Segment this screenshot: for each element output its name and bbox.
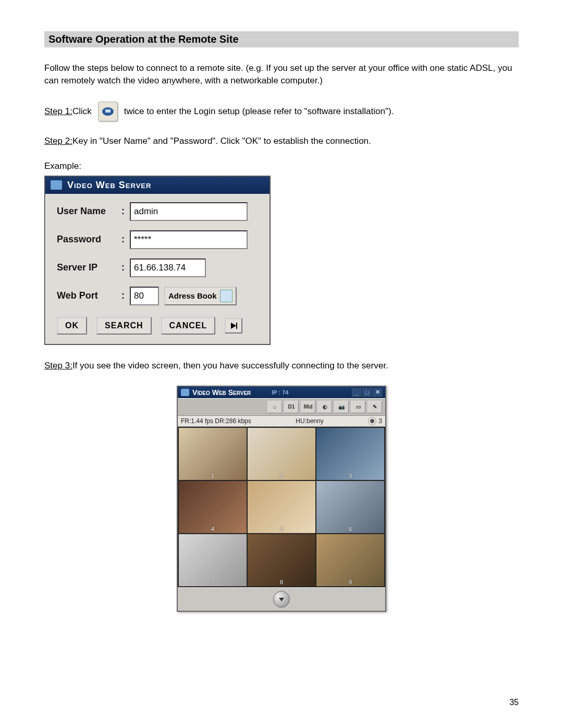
minimize-icon[interactable]: _	[352, 388, 361, 397]
toolbar-contrast-icon[interactable]: ◐	[317, 401, 332, 413]
username-label: User Name	[57, 206, 106, 217]
video-viewer-window: Video Web Server IP : 74 _ □ ✕ ⌂ D1 Mid …	[177, 386, 386, 612]
svg-marker-2	[231, 323, 236, 329]
camera-cell[interactable]: 1	[179, 428, 247, 480]
svg-rect-1	[105, 109, 111, 113]
app-icon	[51, 180, 62, 190]
toolbar-layout-icon[interactable]: ▭	[351, 401, 365, 413]
search-button[interactable]: SEARCH	[96, 317, 152, 335]
serverip-label: Server IP	[57, 262, 97, 273]
toolbar-mid-button[interactable]: Mid	[301, 401, 315, 413]
viewer-status-bar: FR:1.44 fps DR:286 kbps HU:benny 3	[178, 416, 385, 427]
camera-cell[interactable]: 7	[179, 534, 247, 586]
serverip-input[interactable]	[130, 258, 206, 277]
gear-icon[interactable]	[368, 417, 376, 425]
password-input[interactable]	[130, 230, 248, 249]
camera-cell[interactable]: 8	[248, 534, 315, 586]
example-label: Example:	[44, 161, 519, 171]
camera-cell[interactable]: 2	[248, 428, 315, 480]
camera-grid: 1 2 3 4 5 6 7 8 9	[178, 427, 385, 587]
address-book-label: Adress Book	[168, 291, 217, 300]
viewer-titlebar: Video Web Server IP : 74 _ □ ✕	[178, 387, 385, 398]
toolbar-d1-button[interactable]: D1	[284, 401, 299, 413]
svg-rect-3	[236, 323, 237, 329]
camera-cell[interactable]: 9	[316, 534, 384, 586]
camera-cell[interactable]: 5	[248, 481, 315, 533]
login-title: Video Web Server	[67, 180, 151, 191]
step-3-label: Step 3:	[44, 361, 72, 371]
cancel-button[interactable]: CANCEL	[161, 317, 216, 335]
toolbar-edit-icon[interactable]: ✎	[368, 401, 382, 413]
step-3-text: If you see the video screen, then you ha…	[72, 361, 388, 371]
step-2: Step 2: Key in "User Name" and "Password…	[44, 136, 519, 146]
ok-button[interactable]: OK	[57, 317, 87, 335]
intro-text: Follow the steps below to connect to a r…	[44, 62, 519, 87]
camera-cell[interactable]: 6	[316, 481, 384, 533]
close-icon[interactable]: ✕	[373, 388, 382, 397]
password-label: Password	[57, 234, 101, 245]
step-2-label: Step 2:	[44, 136, 72, 146]
toolbar-snapshot-icon[interactable]: 📷	[334, 401, 349, 413]
page-number: 35	[509, 698, 519, 707]
svg-marker-4	[279, 598, 284, 601]
viewer-footer	[178, 587, 385, 611]
webport-input[interactable]	[130, 287, 159, 305]
address-book-button[interactable]: Adress Book	[164, 287, 237, 305]
username-input[interactable]	[130, 202, 248, 221]
step-3: Step 3: If you see the video screen, the…	[44, 361, 519, 371]
step-1: Step 1: Click twice to enter the Login s…	[44, 102, 519, 121]
expand-button[interactable]	[273, 591, 290, 608]
status-hu: HU:benny	[296, 417, 323, 425]
viewer-toolbar: ⌂ D1 Mid ◐ 📷 ▭ ✎	[178, 398, 385, 416]
step-2-text: Key in "User Name" and "Password". Click…	[72, 136, 371, 146]
login-dialog: Video Web Server User Name: Password: Se…	[44, 176, 271, 345]
viewer-title: Video Web Server	[192, 388, 251, 397]
step-1-text-a: Click	[72, 106, 92, 117]
app-launch-icon[interactable]	[98, 102, 118, 121]
step-1-label: Step 1:	[44, 106, 72, 117]
login-titlebar: Video Web Server	[45, 177, 270, 194]
viewer-app-icon	[181, 389, 189, 396]
step-1-text-b: twice to enter the Login setup (please r…	[124, 106, 394, 117]
status-count: 3	[378, 417, 382, 425]
status-fr-dr: FR:1.44 fps DR:286 kbps	[181, 417, 251, 425]
camera-cell[interactable]: 4	[179, 481, 247, 533]
viewer-ip: IP : 74	[272, 389, 288, 396]
webport-label: Web Port	[57, 290, 98, 301]
section-title: Software Operation at the Remote Site	[44, 31, 519, 47]
address-book-icon	[220, 290, 232, 302]
maximize-icon[interactable]: □	[362, 388, 372, 397]
play-button[interactable]	[225, 318, 242, 334]
toolbar-home-icon[interactable]: ⌂	[267, 401, 282, 413]
camera-cell[interactable]: 3	[316, 428, 384, 480]
